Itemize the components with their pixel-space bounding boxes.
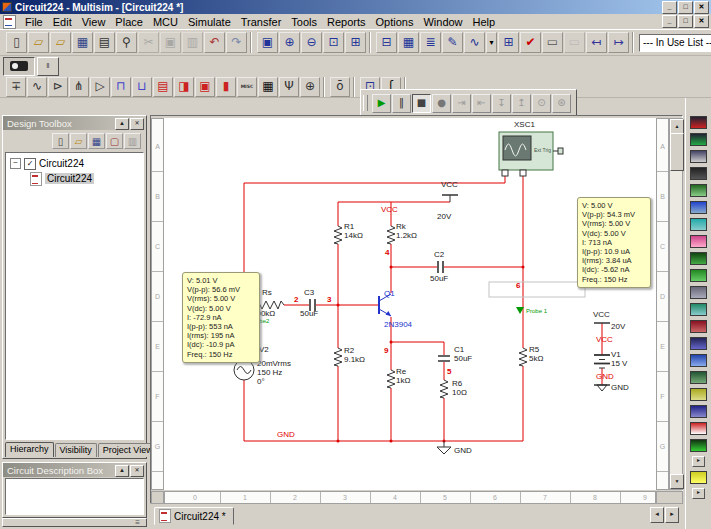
oscilloscope-icon[interactable] bbox=[690, 167, 707, 180]
labview-expand-button[interactable]: ▸ bbox=[692, 456, 705, 467]
run-switch-button[interactable] bbox=[3, 57, 35, 76]
vertical-scrollbar[interactable]: ▲ ▼ bbox=[669, 118, 683, 490]
place-misc-digital-button[interactable]: ▤ bbox=[153, 77, 173, 97]
forward-annotate-button[interactable]: ↦ bbox=[608, 32, 629, 53]
step-into-button[interactable]: ⇥ bbox=[452, 94, 471, 113]
place-indicator-button[interactable]: ▣ bbox=[195, 77, 215, 97]
tab-project-view[interactable]: Project View bbox=[98, 443, 158, 457]
place-electromechanical-button[interactable]: ⊕ bbox=[300, 77, 320, 97]
run-button[interactable]: ▶ bbox=[372, 94, 391, 113]
electrical-rules-check-button[interactable]: ✔ bbox=[520, 32, 541, 53]
logic-converter-icon[interactable] bbox=[690, 252, 707, 265]
tree-root-row[interactable]: − ✓ Circuit224 bbox=[8, 157, 141, 170]
hierarchy-button[interactable]: ⊟ bbox=[376, 32, 397, 53]
place-source-button[interactable]: ∓ bbox=[6, 77, 26, 97]
place-basic-button[interactable]: ∿ bbox=[27, 77, 47, 97]
menu-transfer[interactable]: Transfer bbox=[236, 15, 287, 29]
save-button[interactable]: ▦ bbox=[72, 32, 93, 53]
spreadsheet-view-button[interactable]: ▦ bbox=[398, 32, 419, 53]
place-analog-button[interactable]: ▷ bbox=[90, 77, 110, 97]
description-content[interactable] bbox=[5, 478, 144, 515]
place-mixed-button[interactable]: ◨ bbox=[174, 77, 194, 97]
four-channel-oscilloscope-icon[interactable] bbox=[690, 184, 707, 197]
clamp-expand-button[interactable]: ▸ bbox=[692, 488, 705, 499]
grapher-button[interactable]: ∿ bbox=[464, 32, 485, 53]
stop-button[interactable]: ■ bbox=[412, 94, 431, 113]
panel-close-button[interactable]: ✕ bbox=[130, 118, 144, 130]
menu-options[interactable]: Options bbox=[371, 15, 419, 29]
toolbar-grip[interactable] bbox=[363, 95, 368, 111]
description-collapse-button[interactable]: ▲ bbox=[115, 465, 129, 477]
frequency-counter-icon[interactable] bbox=[690, 218, 707, 231]
child-restore-button[interactable]: □ bbox=[678, 15, 693, 28]
measurement-probe-icon[interactable] bbox=[690, 422, 707, 435]
tree-child-label[interactable]: Circuit224 bbox=[45, 173, 94, 184]
menu-view[interactable]: View bbox=[77, 15, 111, 29]
open-sample-button[interactable]: ▱ bbox=[50, 32, 71, 53]
spectrum-analyzer-icon[interactable] bbox=[690, 320, 707, 333]
word-generator-icon[interactable] bbox=[690, 235, 707, 248]
tree-checkbox[interactable]: ✓ bbox=[24, 158, 36, 170]
network-analyzer-icon[interactable] bbox=[690, 337, 707, 350]
place-rf-button[interactable]: Ψ bbox=[279, 77, 299, 97]
panel-splitter[interactable]: ≡ bbox=[2, 518, 147, 527]
close-sheet-button[interactable]: ▢ bbox=[106, 133, 123, 149]
capture-area-button[interactable]: ▭ bbox=[542, 32, 563, 53]
child-close-button[interactable]: ✕ bbox=[694, 15, 709, 28]
menu-window[interactable]: Window bbox=[418, 15, 467, 29]
minimize-button[interactable]: _ bbox=[662, 1, 677, 14]
undo-button[interactable]: ↶ bbox=[204, 32, 225, 53]
scroll-up-button[interactable]: ▲ bbox=[670, 119, 684, 134]
step-over-button[interactable]: ⇤ bbox=[472, 94, 491, 113]
sheet-properties-button[interactable]: ▥ bbox=[124, 133, 141, 149]
menu-mcu[interactable]: MCU bbox=[148, 15, 183, 29]
tab-scroll-right-button[interactable]: ▸ bbox=[665, 507, 679, 523]
function-generator-icon[interactable] bbox=[690, 133, 707, 146]
zoom-fit-button[interactable]: ⊞ bbox=[345, 32, 366, 53]
menu-edit[interactable]: Edit bbox=[48, 15, 77, 29]
zoom-out-button[interactable]: ⊖ bbox=[301, 32, 322, 53]
place-power-button[interactable]: ▮ bbox=[216, 77, 236, 97]
breakpoint-button[interactable]: ⊙ bbox=[532, 94, 551, 113]
print-button[interactable]: ▤ bbox=[94, 32, 115, 53]
component-wizard-button[interactable]: ✎ bbox=[442, 32, 463, 53]
tree-child-row[interactable]: Circuit224 bbox=[8, 172, 141, 185]
child-minimize-button[interactable]: _ bbox=[662, 15, 677, 28]
back-annotate-button[interactable]: ↤ bbox=[586, 32, 607, 53]
place-diode-button[interactable]: ⊳ bbox=[48, 77, 68, 97]
menu-reports[interactable]: Reports bbox=[322, 15, 371, 29]
tab-hierarchy[interactable]: Hierarchy bbox=[5, 442, 54, 457]
menu-help[interactable]: Help bbox=[468, 15, 501, 29]
tab-scroll-left-button[interactable]: ◂ bbox=[650, 507, 664, 523]
panel-collapse-button[interactable]: ▲ bbox=[115, 118, 129, 130]
agilent-oscilloscope-icon[interactable] bbox=[690, 388, 707, 401]
place-advanced-peripherals-button[interactable]: ▦ bbox=[258, 77, 278, 97]
schematic-canvas[interactable]: XSC1Ext TrigVCC20VVCCR114kΩRk1.2kΩ4C250u… bbox=[164, 118, 656, 490]
tree-expander-icon[interactable]: − bbox=[10, 158, 21, 169]
place-cmos-button[interactable]: ⊔ bbox=[132, 77, 152, 97]
distortion-analyzer-icon[interactable] bbox=[690, 303, 707, 316]
step-out-button[interactable]: ↧ bbox=[492, 94, 511, 113]
run-to-cursor-button[interactable]: ↥ bbox=[512, 94, 531, 113]
paste-button[interactable]: ▥ bbox=[182, 32, 203, 53]
print-preview-button[interactable]: ⚲ bbox=[116, 32, 137, 53]
current-clamp-icon[interactable] bbox=[690, 471, 707, 484]
iv-analyzer-icon[interactable] bbox=[690, 286, 707, 299]
menu-place[interactable]: Place bbox=[110, 15, 148, 29]
place-ttl-button[interactable]: ⊓ bbox=[111, 77, 131, 97]
agilent-multimeter-icon[interactable] bbox=[690, 371, 707, 384]
open-sheet-button[interactable]: ▱ bbox=[70, 133, 87, 149]
wattmeter-icon[interactable] bbox=[690, 150, 707, 163]
document-icon[interactable] bbox=[3, 15, 16, 29]
zoom-area-button[interactable]: ⊡ bbox=[323, 32, 344, 53]
toggle-fullscreen-button[interactable]: ▣ bbox=[257, 32, 278, 53]
region-tool-button[interactable]: ▭ bbox=[564, 32, 585, 53]
menu-file[interactable]: File bbox=[20, 15, 48, 29]
tektronix-oscilloscope-icon[interactable] bbox=[690, 405, 707, 418]
place-ni-component-button[interactable]: ō bbox=[330, 77, 350, 97]
open-button[interactable]: ▱ bbox=[28, 32, 49, 53]
record-button[interactable]: ● bbox=[432, 94, 451, 113]
probe1-readout[interactable]: V: 5.00 VV(p-p): 54.3 mVV(rms): 5.00 VV(… bbox=[577, 197, 651, 288]
database-manager-button[interactable]: ≣ bbox=[420, 32, 441, 53]
redo-button[interactable]: ↷ bbox=[226, 32, 247, 53]
